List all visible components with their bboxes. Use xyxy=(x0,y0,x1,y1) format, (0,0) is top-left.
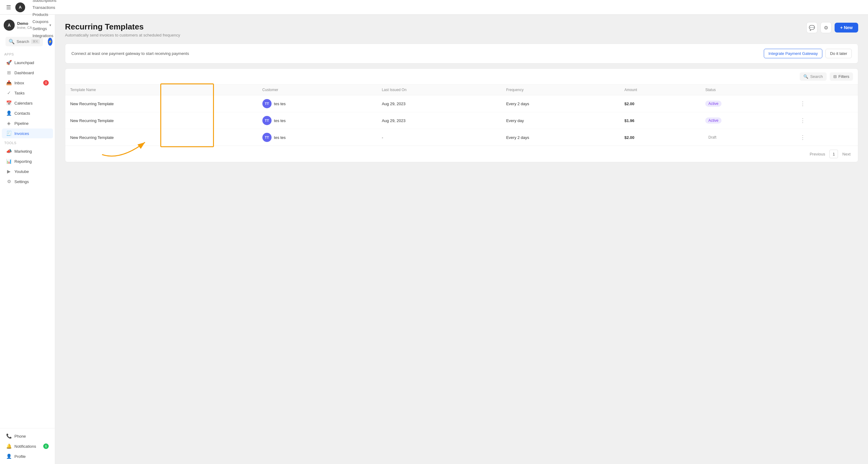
sidebar-label-youtube: Youtube xyxy=(14,169,29,174)
customer-avatar: TT xyxy=(262,133,272,142)
do-it-later-button[interactable]: Do it later xyxy=(826,49,852,58)
nav-item-settings[interactable]: Settings xyxy=(29,25,86,32)
search-placeholder: Search xyxy=(810,74,823,79)
youtube-icon: ▶ xyxy=(6,169,12,174)
status-badge: Active xyxy=(705,100,721,107)
customer-cell: TT tes tes xyxy=(257,129,377,146)
search-icon: 🔍 xyxy=(803,74,808,79)
template-name-cell: New Recurring Template xyxy=(65,95,257,112)
sidebar-item-launchpad[interactable]: 🚀 Launchpad xyxy=(2,58,53,67)
search-shortcut: ⌘K xyxy=(31,39,39,44)
status-cell: Active xyxy=(700,95,794,112)
sidebar-item-pipeline[interactable]: ◈ Pipeline xyxy=(2,118,53,128)
sidebar-item-phone[interactable]: 📞 Phone xyxy=(2,431,53,441)
row-actions-cell: ⋮ xyxy=(794,129,858,146)
reporting-icon: 📊 xyxy=(6,158,12,164)
new-button[interactable]: + New xyxy=(835,23,858,32)
amount-cell: $1.96 xyxy=(619,112,700,129)
sidebar-item-profile[interactable]: 👤 Profile xyxy=(2,452,53,461)
avatar: A xyxy=(4,20,15,31)
apps-section-label: Apps xyxy=(0,50,55,57)
row-more-button[interactable]: ⋮ xyxy=(799,100,807,107)
app-logo: A xyxy=(15,2,25,12)
row-more-button[interactable]: ⋮ xyxy=(799,117,807,124)
nav-item-integrations[interactable]: Integrations xyxy=(29,32,86,39)
sidebar-item-dashboard[interactable]: ⊞ Dashboard xyxy=(2,68,53,78)
status-badge: Active xyxy=(705,117,721,124)
sidebar-label-settings: Settings xyxy=(14,179,29,184)
filter-icon: ⊟ xyxy=(833,74,837,79)
sidebar-item-tasks[interactable]: ✓ Tasks xyxy=(2,88,53,98)
invoices-icon: 🧾 xyxy=(6,130,12,136)
col-header-amount: Amount xyxy=(619,85,700,95)
phone-icon: 📞 xyxy=(6,433,12,439)
marketing-icon: 📣 xyxy=(6,148,12,154)
table-search[interactable]: 🔍 Search xyxy=(800,72,826,81)
payment-gateway-banner: Connect at least one payment gateway to … xyxy=(65,44,858,63)
next-page-button[interactable]: Next xyxy=(840,151,853,157)
frequency-cell: Every 2 days xyxy=(501,129,619,146)
comment-icon-button[interactable]: 💬 xyxy=(806,22,817,33)
table-row[interactable]: New Recurring Template TT tes tes -Every… xyxy=(65,129,858,146)
contacts-icon: 👤 xyxy=(6,110,12,116)
template-name-cell: New Recurring Template xyxy=(65,112,257,129)
nav-item-coupons[interactable]: Coupons xyxy=(29,18,86,25)
last-issued-cell: Aug 29, 2023 xyxy=(377,95,501,112)
sidebar-item-notifications[interactable]: 🔔 Notifications 6 xyxy=(2,441,53,451)
launchpad-icon: 🚀 xyxy=(6,60,12,65)
menu-toggle-button[interactable]: ☰ xyxy=(5,3,12,12)
nav-item-products[interactable]: Products xyxy=(29,11,86,18)
status-cell: Draft xyxy=(700,129,794,146)
sidebar-bottom: 📞 Phone 🔔 Notifications 6 👤 Profile xyxy=(0,428,55,462)
customer-cell: TT tes tes xyxy=(257,112,377,129)
tools-items-container: 📣 Marketing 📊 Reporting ▶ Youtube ⚙ Sett… xyxy=(0,146,55,187)
sidebar-label-profile: Profile xyxy=(14,454,26,459)
sidebar: A Demo Irvine, CA ▾ 🔍 Search ⌘K ⚡ Apps 🚀… xyxy=(0,15,55,464)
pipeline-icon: ◈ xyxy=(6,120,12,126)
table-toolbar: 🔍 Search ⊟ Filters xyxy=(65,69,858,85)
search-icon: 🔍 xyxy=(8,39,15,45)
nav-item-subscriptions[interactable]: Subscriptions xyxy=(29,0,86,4)
sidebar-label-dashboard: Dashboard xyxy=(14,70,34,75)
integrate-payment-button[interactable]: Integrate Payment Gateway xyxy=(764,49,822,58)
settings-icon-button[interactable]: ⚙ xyxy=(820,22,832,33)
current-page-number[interactable]: 1 xyxy=(829,150,838,158)
sidebar-item-invoices[interactable]: 🧾 Invoices xyxy=(2,128,53,138)
sidebar-label-calendars: Calendars xyxy=(14,101,32,106)
status-badge: Draft xyxy=(705,134,719,141)
bottom-items-container: 📞 Phone 🔔 Notifications 6 👤 Profile xyxy=(0,431,55,461)
sidebar-item-reporting[interactable]: 📊 Reporting xyxy=(2,156,53,166)
recurring-templates-table-card: 🔍 Search ⊟ Filters Template NameCustomer… xyxy=(65,68,858,162)
col-header-actions xyxy=(794,85,858,95)
previous-page-button[interactable]: Previous xyxy=(807,151,828,157)
sidebar-item-settings[interactable]: ⚙ Settings xyxy=(2,177,53,186)
col-header-template_name: Template Name xyxy=(65,85,257,95)
customer-avatar: TT xyxy=(262,116,272,125)
sidebar-item-calendars[interactable]: 📅 Calendars xyxy=(2,98,53,108)
sidebar-item-inbox[interactable]: 📥 Inbox 0 xyxy=(2,78,53,88)
apps-items-container: 🚀 Launchpad ⊞ Dashboard 📥 Inbox 0 ✓ Task… xyxy=(0,57,55,139)
calendars-icon: 📅 xyxy=(6,100,12,106)
customer-cell: TT tes tes xyxy=(257,95,377,112)
main-layout: A Demo Irvine, CA ▾ 🔍 Search ⌘K ⚡ Apps 🚀… xyxy=(0,15,868,464)
nav-item-transactions[interactable]: Transactions xyxy=(29,4,86,11)
frequency-cell: Every day xyxy=(501,112,619,129)
amount-cell: $2.00 xyxy=(619,95,700,112)
frequency-cell: Every 2 days xyxy=(501,95,619,112)
dashboard-icon: ⊞ xyxy=(6,70,12,76)
payment-banner-text: Connect at least one payment gateway to … xyxy=(71,51,189,56)
sidebar-item-contacts[interactable]: 👤 Contacts xyxy=(2,108,53,118)
last-issued-cell: - xyxy=(377,129,501,146)
sidebar-item-youtube[interactable]: ▶ Youtube xyxy=(2,167,53,176)
table-row[interactable]: New Recurring Template TT tes tes Aug 29… xyxy=(65,112,858,129)
sidebar-label-marketing: Marketing xyxy=(14,149,32,154)
row-more-button[interactable]: ⋮ xyxy=(799,134,807,141)
sidebar-item-marketing[interactable]: 📣 Marketing xyxy=(2,146,53,156)
table-row[interactable]: New Recurring Template TT tes tes Aug 29… xyxy=(65,95,858,112)
sidebar-label-contacts: Contacts xyxy=(14,111,30,116)
sidebar-label-launchpad: Launchpad xyxy=(14,60,34,65)
customer-name: tes tes xyxy=(274,102,286,106)
template-name-cell: New Recurring Template xyxy=(65,129,257,146)
filters-button[interactable]: ⊟ Filters xyxy=(830,72,853,81)
table-body: New Recurring Template TT tes tes Aug 29… xyxy=(65,95,858,146)
